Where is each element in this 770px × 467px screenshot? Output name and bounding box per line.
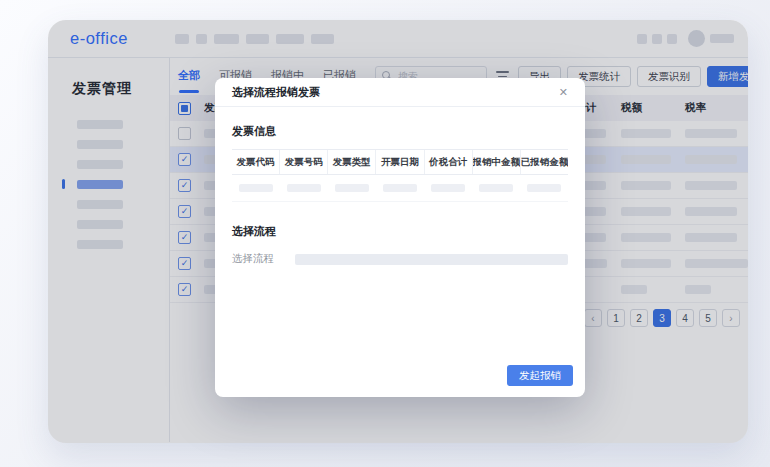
select-flow-section-title: 选择流程	[232, 224, 568, 239]
modal-invoice-table: 发票代码 发票号码 发票类型 开票日期 价税合计 报销中金额 已报销金额	[232, 149, 568, 202]
modal-cell-placeholder	[479, 184, 513, 192]
modal-footer: 发起报销	[507, 365, 573, 386]
modal-cell-placeholder	[287, 184, 321, 192]
modal-placeholder-cell	[472, 175, 520, 201]
mcol-reimbursed: 已报销金额	[521, 150, 568, 174]
modal-body: 发票信息 发票代码 发票号码 发票类型 开票日期 价税合计 报销中金额 已报销金…	[215, 107, 585, 283]
modal-placeholder-cell	[520, 175, 568, 201]
mcol-invoice-type: 发票类型	[328, 150, 376, 174]
initiate-reimbursement-button[interactable]: 发起报销	[507, 365, 573, 386]
modal-placeholder-cell	[232, 175, 280, 201]
mcol-invoice-number: 发票号码	[280, 150, 328, 174]
modal-cell-placeholder	[527, 184, 561, 192]
modal-title: 选择流程报销发票	[232, 85, 320, 100]
flow-field-label: 选择流程	[232, 252, 295, 266]
mcol-in-reimbursement: 报销中金额	[473, 150, 521, 174]
close-icon[interactable]: ✕	[559, 87, 568, 98]
mcol-invoice-code: 发票代码	[232, 150, 280, 174]
flow-select-input[interactable]	[295, 254, 568, 265]
modal-placeholder-cell	[280, 175, 328, 201]
mcol-total-amount: 价税合计	[425, 150, 473, 174]
invoice-info-section-title: 发票信息	[232, 124, 568, 139]
modal-cell-placeholder	[239, 184, 273, 192]
modal-placeholder-cell	[376, 175, 424, 201]
select-flow-modal: 选择流程报销发票 ✕ 发票信息 发票代码 发票号码 发票类型 开票日期 价税合计…	[215, 78, 585, 397]
modal-cell-placeholder	[335, 184, 369, 192]
modal-placeholder-cell	[328, 175, 376, 201]
modal-cell-placeholder	[431, 184, 465, 192]
modal-cell-placeholder	[383, 184, 417, 192]
modal-placeholder-cell	[424, 175, 472, 201]
modal-header: 选择流程报销发票 ✕	[215, 78, 585, 107]
mcol-issue-date: 开票日期	[376, 150, 424, 174]
modal-table-header: 发票代码 发票号码 发票类型 开票日期 价税合计 报销中金额 已报销金额	[232, 149, 568, 175]
flow-field-row: 选择流程	[232, 252, 568, 266]
modal-table-placeholder-row	[232, 175, 568, 202]
